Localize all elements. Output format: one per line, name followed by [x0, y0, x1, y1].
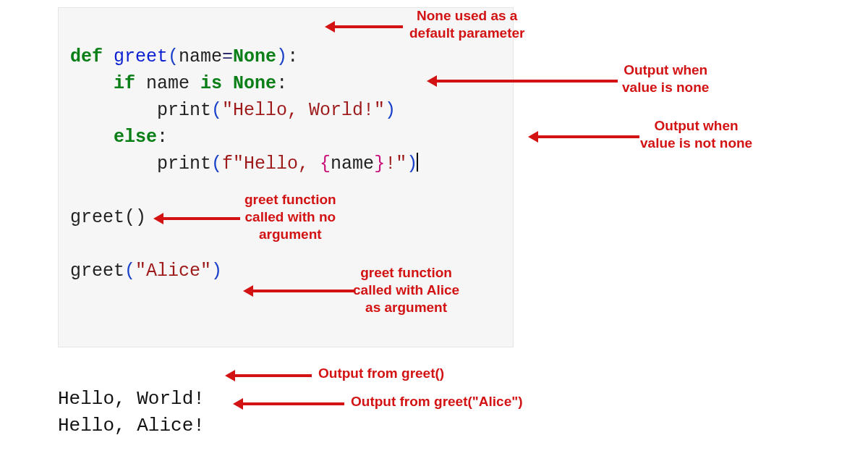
code-line-2: if name is None:	[70, 73, 287, 94]
arrow-icon	[225, 370, 312, 381]
arrow-icon	[233, 398, 344, 410]
output-line-2: Hello, Alice!	[58, 415, 205, 436]
annotation-call-no-arg: greet functioncalled with noargument	[244, 191, 336, 242]
code-line-5: print(f"Hello, {name}!")	[70, 153, 418, 174]
arrow-icon	[153, 213, 240, 224]
code-line-9: greet("Alice")	[70, 261, 222, 282]
annotation-default-parameter: None used as adefault parameter	[409, 7, 524, 42]
output-block: Hello, World! Hello, Alice!	[58, 358, 205, 440]
arrow-icon	[243, 285, 354, 297]
annotation-output-not-none: Output whenvalue is not none	[640, 117, 752, 152]
code-line-3: print("Hello, World!")	[70, 100, 396, 121]
code-line-4: else:	[70, 127, 168, 148]
annotation-call-alice: greet functioncalled with Aliceas argume…	[353, 264, 459, 316]
text-cursor-icon	[417, 153, 418, 172]
output-line-1: Hello, World!	[58, 388, 205, 410]
annotation-output-none: Output whenvalue is none	[622, 62, 709, 96]
arrow-icon	[325, 21, 403, 33]
arrow-icon	[427, 75, 618, 87]
arrow-icon	[528, 131, 639, 143]
code-line-1: def greet(name=None):	[70, 46, 298, 67]
code-line-7: greet()	[70, 207, 146, 228]
annotation-output-greet-alice: Output from greet("Alice")	[351, 393, 523, 410]
annotation-output-greet: Output from greet()	[318, 365, 444, 382]
